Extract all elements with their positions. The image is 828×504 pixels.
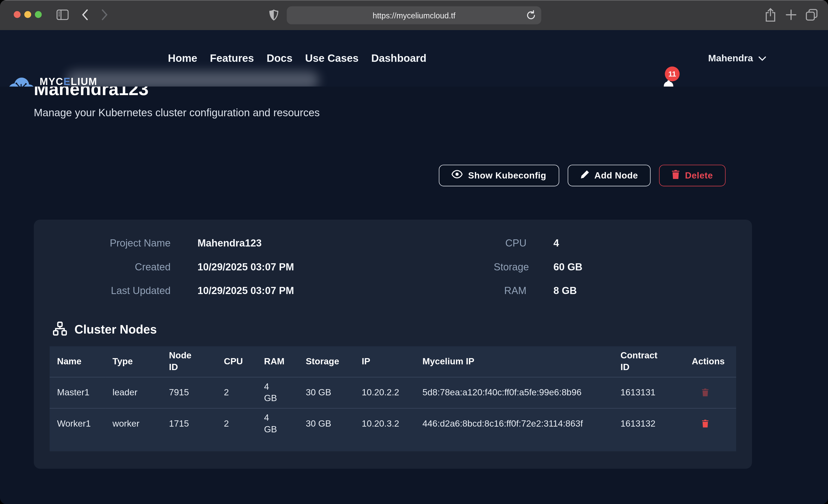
cell-contract-id: 1613132	[613, 408, 685, 451]
ram-label: RAM	[494, 284, 527, 298]
tab-overview-icon[interactable]	[805, 8, 818, 23]
browser-toolbar: https://myceliumcloud.tf	[0, 0, 828, 30]
user-name: Mahendra	[708, 53, 753, 64]
cell-node-id: 7915	[162, 377, 216, 409]
cell-type: worker	[105, 408, 162, 451]
cell-ip: 10.20.3.2	[355, 408, 415, 451]
table-row: Master1 leader 7915 2 4 GB 30 GB 10.20.2…	[50, 377, 736, 409]
cell-mycelium-ip: 5d8:78ea:a120:f40c:ff0f:a5fe:99e6:8b96	[415, 377, 613, 409]
cell-cpu: 2	[216, 408, 257, 451]
project-name-label: Project Name	[50, 236, 170, 251]
notification-count-badge: 11	[665, 67, 679, 81]
cell-name: Worker1	[50, 408, 105, 451]
cluster-actions: Show Kubeconfig Add Node Delete	[34, 165, 726, 186]
cell-name: Master1	[50, 377, 105, 409]
last-updated-label: Last Updated	[50, 284, 170, 298]
mycelium-cloud-logo-icon	[7, 77, 35, 86]
site-navbar: MYCELIUM CLOUD Home Features Docs Use Ca…	[0, 30, 828, 87]
col-storage: Storage	[298, 346, 355, 377]
table-row: Worker1 worker 1715 2 4 GB 30 GB 10.20.3…	[50, 408, 736, 451]
col-cpu: CPU	[216, 346, 257, 377]
logo-wordmark: MYCELIUM CLOUD	[40, 77, 97, 87]
url-text: https://myceliumcloud.tf	[373, 11, 455, 20]
show-kubeconfig-button[interactable]: Show Kubeconfig	[439, 165, 559, 186]
created-value: 10/29/2025 03:07 PM	[197, 260, 467, 275]
minimize-window-button[interactable]	[24, 11, 31, 18]
cell-cpu: 2	[216, 377, 257, 409]
cluster-nodes-title: Cluster Nodes	[75, 323, 157, 337]
forward-icon[interactable]	[101, 9, 108, 23]
cell-ram: 4 GB	[257, 408, 298, 451]
created-label: Created	[50, 260, 170, 275]
cell-actions	[685, 408, 736, 451]
trash-icon	[672, 170, 679, 182]
nav-link-dashboard[interactable]: Dashboard	[371, 52, 426, 64]
cell-ip: 10.20.2.2	[355, 377, 415, 409]
browser-window: https://myceliumcloud.tf	[0, 0, 828, 504]
delete-node-button[interactable]	[702, 419, 709, 429]
eye-icon	[452, 170, 463, 181]
project-name-value: Mahendra123	[197, 236, 467, 251]
page-subtitle: Manage your Kubernetes cluster configura…	[34, 107, 320, 119]
nav-link-docs[interactable]: Docs	[266, 52, 292, 64]
col-actions: Actions	[685, 346, 736, 377]
delete-cluster-button[interactable]: Delete	[659, 165, 726, 186]
cpu-label: CPU	[494, 236, 527, 251]
add-node-button[interactable]: Add Node	[567, 165, 651, 186]
cell-storage: 30 GB	[298, 377, 355, 409]
zoom-window-button[interactable]	[35, 11, 42, 18]
cluster-nodes-header: Cluster Nodes	[53, 321, 736, 338]
cpu-value: 4	[553, 236, 736, 251]
cell-mycelium-ip: 446:d2a6:8bcd:8c16:ff0f:72e2:3114:863f	[415, 408, 613, 451]
nav-link-home[interactable]: Home	[168, 52, 197, 64]
cell-ram: 4 GB	[257, 377, 298, 409]
share-icon[interactable]	[764, 8, 776, 24]
reload-icon[interactable]	[527, 10, 536, 23]
delete-node-button[interactable]	[702, 388, 709, 398]
pencil-icon	[580, 170, 589, 181]
sidebar-toggle-icon[interactable]	[56, 9, 69, 22]
cell-actions	[685, 377, 736, 409]
col-ram: RAM	[257, 346, 298, 377]
col-mycelium-ip: Mycelium IP	[415, 346, 613, 377]
cell-contract-id: 1613131	[613, 377, 685, 409]
col-contract-id: Contract ID	[613, 346, 685, 377]
col-name: Name	[50, 346, 105, 377]
new-tab-icon[interactable]	[786, 9, 796, 22]
cluster-details-card: Project Name Mahendra123 CPU 4 Created 1…	[34, 220, 752, 469]
storage-label: Storage	[494, 260, 527, 275]
cluster-nodes-table: Name Type Node ID CPU RAM Storage IP Myc…	[50, 346, 736, 451]
table-header-row: Name Type Node ID CPU RAM Storage IP Myc…	[50, 346, 736, 377]
close-window-button[interactable]	[14, 11, 21, 18]
network-nodes-icon	[53, 321, 67, 338]
last-updated-value: 10/29/2025 03:07 PM	[197, 284, 467, 298]
cell-node-id: 1715	[162, 408, 216, 451]
cell-storage: 30 GB	[298, 408, 355, 451]
user-menu[interactable]: Mahendra	[708, 30, 766, 87]
ram-value: 8 GB	[553, 284, 736, 298]
cluster-info-grid: Project Name Mahendra123 CPU 4 Created 1…	[50, 236, 736, 298]
cell-type: leader	[105, 377, 162, 409]
trash-icon	[702, 388, 709, 396]
col-type: Type	[105, 346, 162, 377]
chevron-down-icon	[758, 53, 766, 63]
site-logo[interactable]: MYCELIUM CLOUD	[7, 77, 97, 87]
nav-links: Home Features Docs Use Cases Dashboard	[168, 30, 426, 87]
nav-link-features[interactable]: Features	[210, 52, 254, 64]
trash-icon	[702, 419, 709, 427]
col-node-id: Node ID	[162, 346, 216, 377]
address-bar[interactable]: https://myceliumcloud.tf	[287, 6, 541, 24]
col-ip: IP	[355, 346, 415, 377]
privacy-shield-icon[interactable]	[270, 9, 278, 23]
storage-value: 60 GB	[553, 260, 736, 275]
back-icon[interactable]	[82, 9, 88, 23]
nav-link-use-cases[interactable]: Use Cases	[305, 52, 359, 64]
